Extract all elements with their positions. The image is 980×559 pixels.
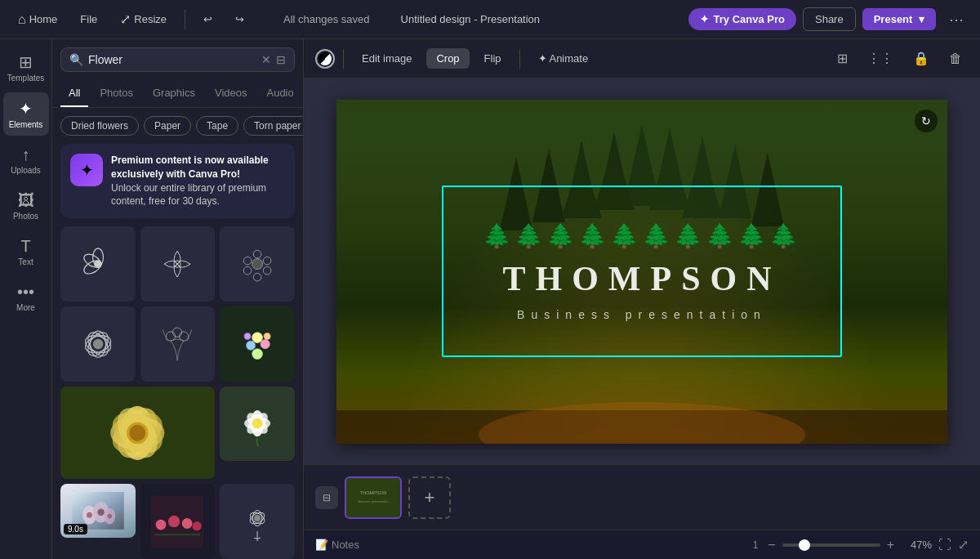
toolbar-icons: ⊞ ⋮⋮ 🔒 🗑 <box>831 47 969 69</box>
canvas[interactable]: 🌲🌲🌲🌲🌲🌲🌲🌲🌲🌲 THOMPSON Business presentatio… <box>336 100 947 444</box>
sidebar-item-uploads[interactable]: ↑ Uploads <box>3 139 49 181</box>
grid-item-white-flower[interactable] <box>220 387 295 462</box>
fullscreen-button[interactable]: ⤢ <box>958 537 969 552</box>
svg-point-56 <box>254 515 261 521</box>
search-bar: 🔍 ✕ ⊟ <box>60 47 295 72</box>
share-button[interactable]: Share <box>803 7 856 31</box>
zoom-percent: 47% <box>901 539 932 551</box>
animate-icon: ✦ <box>538 52 550 65</box>
elements-icon: ✦ <box>19 99 33 119</box>
present-button[interactable]: Present ▾ <box>862 8 936 30</box>
tab-all[interactable]: All <box>60 80 88 107</box>
premium-title: Premium content is now available exclusi… <box>111 154 269 180</box>
file-button[interactable]: File <box>72 10 105 29</box>
grid-item[interactable] <box>140 306 216 382</box>
templates-icon: ⊞ <box>19 52 33 72</box>
color-swatch[interactable] <box>315 49 335 69</box>
chip-tape[interactable]: Tape <box>196 116 238 136</box>
hide-pages-button[interactable]: ⊟ <box>315 486 338 509</box>
chip-paper[interactable]: Paper <box>144 116 191 136</box>
tab-photos[interactable]: Photos <box>91 80 140 107</box>
autosave-status: All changes saved <box>259 13 394 25</box>
tab-graphics[interactable]: Graphics <box>145 80 203 107</box>
tab-audio[interactable]: Audio <box>258 80 301 107</box>
svg-point-10 <box>243 257 252 265</box>
svg-point-48 <box>156 520 167 530</box>
undo-button[interactable]: ↩ <box>195 10 220 29</box>
try-pro-label: Try Canva Pro <box>714 13 785 25</box>
svg-point-9 <box>243 266 252 275</box>
search-input[interactable] <box>88 53 256 66</box>
grid-item[interactable] <box>220 306 295 382</box>
home-button[interactable]: ⌂ Home <box>10 9 65 30</box>
floral-bunch-sketch <box>151 318 203 370</box>
sidebar-item-photos[interactable]: 🖼 Photos <box>3 185 49 227</box>
animate-button[interactable]: ✦ Animate <box>528 48 599 69</box>
svg-point-11 <box>252 259 263 270</box>
zoom-slider[interactable] <box>782 543 880 547</box>
svg-point-87 <box>479 402 805 444</box>
search-filter-icon[interactable]: ⊟ <box>276 53 286 66</box>
panel-grid: 9.0s <box>52 226 303 559</box>
svg-point-34 <box>130 424 146 440</box>
notes-button[interactable]: 📝 Notes <box>315 539 359 551</box>
zoom-out-button[interactable]: − <box>768 538 775 552</box>
grid-item-large-yellow[interactable] <box>60 387 215 480</box>
svg-point-26 <box>244 333 251 339</box>
resize-button[interactable]: ⤢ Resize <box>112 8 175 30</box>
panel-tabs: All Photos Graphics Videos Audio <box>52 80 303 108</box>
canvas-title: THOMPSON <box>502 259 781 298</box>
distribute-icon[interactable]: ⋮⋮ <box>861 47 900 69</box>
sidebar-item-elements[interactable]: ✦ Elements <box>3 92 49 136</box>
canvas-area: 🌲🌲🌲🌲🌲🌲🌲🌲🌲🌲 THOMPSON Business presentatio… <box>304 78 980 464</box>
svg-text:Business presentation: Business presentation <box>358 499 388 503</box>
grid-item[interactable] <box>60 306 136 382</box>
filter-chips: Dried flowers Paper Tape Torn paper <box>52 108 303 144</box>
fit-screen-button[interactable]: ⛶ <box>938 538 951 552</box>
search-icon: 🔍 <box>69 53 83 66</box>
premium-logo: ✦ <box>70 154 103 186</box>
colorful-floral <box>231 318 283 370</box>
grid-item[interactable] <box>140 226 216 302</box>
search-clear-icon[interactable]: ✕ <box>261 53 271 66</box>
add-page-button[interactable]: + <box>408 476 451 519</box>
svg-point-21 <box>252 332 263 342</box>
crop-button[interactable]: Crop <box>426 48 469 69</box>
flip-button[interactable]: Flip <box>474 48 511 69</box>
grid-item[interactable] <box>220 226 295 302</box>
svg-point-50 <box>182 518 193 529</box>
home-icon: ⌂ <box>18 12 26 27</box>
tab-videos[interactable]: Videos <box>207 80 256 107</box>
zoom-in-button[interactable]: + <box>887 538 894 552</box>
chip-torn-paper[interactable]: Torn paper <box>243 116 303 136</box>
grid-item-photo[interactable]: 9.0s <box>60 484 136 537</box>
flower-sketch-5 <box>231 495 283 548</box>
grid-item[interactable] <box>60 226 136 302</box>
trash-icon[interactable]: 🗑 <box>942 47 969 69</box>
content-area: Edit image Crop Flip ✦ Animate ⊞ ⋮⋮ 🔒 🗑 <box>304 39 980 559</box>
resize-label: Resize <box>134 13 167 25</box>
sidebar-icons: ⊞ Templates ✦ Elements ↑ Uploads 🖼 Photo… <box>0 39 52 559</box>
align-icon[interactable]: ⊞ <box>831 47 854 69</box>
flower-sketch-3 <box>231 238 283 290</box>
svg-point-45 <box>97 508 104 515</box>
try-canva-pro-button[interactable]: ✦ Try Canva Pro <box>688 8 796 30</box>
sidebar-item-more[interactable]: ••• More <box>3 276 49 319</box>
chip-dried-flowers[interactable]: Dried flowers <box>60 116 139 136</box>
chevron-down-icon: ▾ <box>919 13 924 25</box>
edit-image-button[interactable]: Edit image <box>352 48 421 69</box>
svg-point-25 <box>264 333 270 339</box>
refresh-button[interactable]: ↻ <box>915 110 938 132</box>
grid-item-sketchy[interactable] <box>220 484 295 559</box>
svg-point-8 <box>253 273 261 281</box>
page-thumbnail-1[interactable]: THOMPSON Business presentation <box>345 476 402 519</box>
share-label: Share <box>815 13 844 25</box>
grid-item-pink-flowers[interactable] <box>140 484 216 559</box>
sidebar-item-templates[interactable]: ⊞ Templates <box>3 46 49 89</box>
more-options-button[interactable]: ⋯ <box>942 7 970 32</box>
redo-button[interactable]: ↪ <box>227 10 252 29</box>
bottom-bar: 📝 Notes 1 − + 47% ⛶ ⤢ <box>304 530 980 559</box>
sidebar-item-text[interactable]: T Text <box>3 230 49 273</box>
lock-icon[interactable]: 🔒 <box>906 47 936 69</box>
sidebar-item-label: Photos <box>13 212 38 221</box>
